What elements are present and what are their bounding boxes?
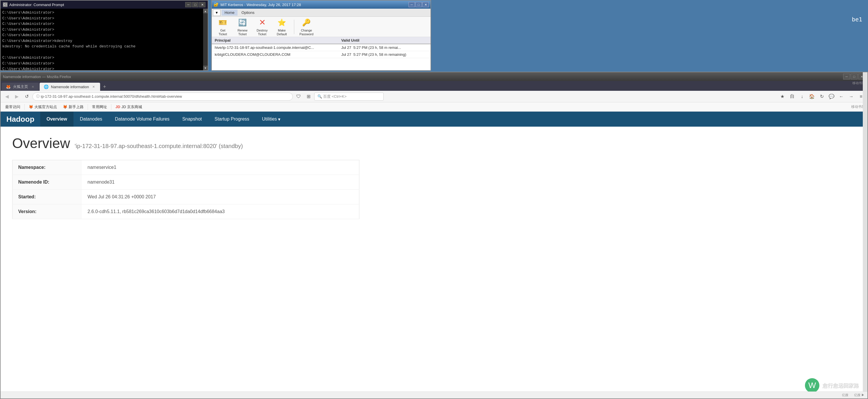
info-row-namenode-id: Namenode ID: namenode31	[12, 175, 359, 190]
kerb-renew-label: RenewTicket	[238, 29, 247, 36]
info-row-started: Started: Wed Jul 26 04:31:26 +0000 2017	[12, 190, 359, 204]
tab-home-label: 火狐主页	[13, 84, 28, 89]
cmd-scroll-up[interactable]: ▲	[203, 9, 208, 13]
hadoop-nav-utilities[interactable]: Utilities ▾	[256, 111, 287, 127]
chat-btn[interactable]: 💬	[828, 93, 836, 101]
kerb-get-ticket-btn[interactable]: 🎫 GetTicket	[214, 16, 231, 37]
kerb-renew-ticket-btn[interactable]: 🔄 RenewTicket	[234, 16, 251, 37]
kerb-table: Principal Valid Until hive/ip-172-31-18-…	[212, 37, 431, 58]
kerb-menu-options[interactable]: Options	[239, 9, 257, 15]
kerb-toolbar-separator	[294, 20, 294, 34]
bookmark-firefox[interactable]: 🦊 火狐官方站点	[26, 103, 59, 110]
bookmark-sep-2	[88, 104, 88, 110]
page-title: Overview	[12, 135, 70, 151]
browser-minimize[interactable]: ─	[843, 74, 850, 79]
kerb-row-2-principal: krbtgt/CLOUDERA.COM@CLOUDERA.COM	[212, 51, 338, 58]
hadoop-nav-datanodes[interactable]: Datanodes	[73, 111, 108, 127]
sync-btn[interactable]: ↻	[818, 93, 826, 101]
tab-home-close[interactable]: ✕	[30, 85, 35, 89]
reader-view-btn[interactable]: 自	[788, 93, 796, 101]
url-bar[interactable]: ⓘ ip-172-31-18-97.ap-southeast-1.compute…	[32, 93, 293, 101]
hadoop-nav-utilities-dropdown: Utilities ▾	[262, 117, 281, 122]
tab-home-icon: 🦊	[6, 85, 11, 89]
kerb-menu-dropdown[interactable]: ▼	[213, 9, 220, 16]
cmd-close[interactable]: ✕	[199, 2, 206, 7]
grid-btn[interactable]: ⊞	[304, 93, 312, 101]
cmd-line-3: C:\Users\Administrator>	[2, 21, 206, 27]
kerb-row-2-extra	[424, 51, 431, 58]
kerb-minimize[interactable]: ─	[408, 2, 415, 7]
cmd-maximize[interactable]: □	[192, 2, 198, 7]
kerb-change-password-btn[interactable]: 🔑 ChangePassword	[298, 16, 315, 37]
hadoop-nav: Hadoop Overview Datanodes Datanode Volum…	[1, 111, 867, 127]
tab-bar: 🦊 火狐主页 ✕ 🌐 Namenode information ✕ +	[1, 81, 867, 91]
tab-namenode-close[interactable]: ✕	[91, 85, 96, 89]
kerb-row-1-principal: hive/ip-172-31-18-97.ap-southeast-1.comp…	[212, 44, 338, 51]
info-key-namespace: Namespace:	[12, 160, 82, 175]
search-bar[interactable]: 🔍 百度 <Ctrl+K>	[314, 93, 384, 101]
fwd-btn[interactable]: →	[847, 93, 855, 101]
hadoop-nav-startup-progress[interactable]: Startup Progress	[208, 111, 255, 127]
bookmark-newuser-label: 新手上路	[69, 104, 84, 109]
home-btn[interactable]: 🏠	[808, 93, 816, 101]
cmd-controls[interactable]: ─ □ ✕	[185, 2, 206, 7]
cmd-line-11: C:\Users\Administrator>	[2, 66, 206, 70]
status-bar: 亿搜 亿搜 ▶	[1, 392, 867, 398]
url-text: ip-172-31-18-97.ap-southeast-1.compute.i…	[41, 94, 182, 99]
cmd-line-2: C:\Users\Administrator>	[2, 15, 206, 22]
shield-btn[interactable]: 🛡	[294, 93, 303, 101]
kerb-make-default-label: MakeDefault	[277, 29, 287, 36]
cmd-scroll-down[interactable]: ▼	[203, 66, 208, 70]
kerb-make-default-btn[interactable]: ⭐ MakeDefault	[273, 16, 290, 37]
browser-title-text: Namenode information — Mozilla Firefox	[3, 75, 71, 79]
watermark: W 愈行愈远回家路	[805, 378, 859, 393]
browser-window: Namenode information — Mozilla Firefox ─…	[0, 72, 868, 399]
bookmark-sep-3	[111, 104, 112, 110]
bookmark-star-btn[interactable]: ★	[778, 93, 786, 101]
kerb-close[interactable]: ✕	[423, 2, 429, 7]
info-key-started: Started:	[12, 190, 82, 204]
nav-refresh-btn[interactable]: ↺	[23, 93, 31, 101]
kerb-menu-home[interactable]: Home	[222, 9, 238, 15]
kerb-col-principal: Principal	[212, 37, 338, 44]
kerb-maximize[interactable]: □	[415, 2, 422, 7]
kerb-table-area: Principal Valid Until hive/ip-172-31-18-…	[212, 37, 431, 70]
nav-back-btn[interactable]: ◀	[3, 93, 11, 101]
bookmark-common-label: 常用网址	[92, 104, 107, 109]
tab-new-btn[interactable]: +	[101, 83, 109, 91]
browser-maximize[interactable]: □	[850, 74, 858, 79]
tab-namenode[interactable]: 🌐 Namenode information ✕	[40, 83, 100, 91]
bookmark-newuser[interactable]: 🦊 新手上路	[60, 103, 86, 110]
cmd-line-8	[2, 49, 206, 55]
tab-home[interactable]: 🦊 火狐主页 ✕	[2, 83, 39, 91]
bookmark-sep-1	[24, 104, 25, 110]
back-btn[interactable]: ←	[837, 93, 845, 101]
kerb-col-valid: Valid Until	[338, 37, 424, 44]
cmd-titlebar-left: C:\ Administrator: Command Prompt	[3, 2, 64, 7]
browser-titlebar: Namenode information — Mozilla Firefox ─…	[1, 72, 867, 81]
hadoop-nav-snapshot[interactable]: Snapshot	[176, 111, 208, 127]
info-key-version: Version:	[12, 204, 82, 219]
hadoop-nav-volume-failures[interactable]: Datanode Volume Failures	[108, 111, 176, 127]
bookmark-jd[interactable]: JD JD 京东商城	[113, 103, 144, 110]
hadoop-nav-overview[interactable]: Overview	[40, 111, 73, 127]
kerb-controls[interactable]: ─ □ ✕	[408, 2, 429, 7]
kerb-change-password-icon: 🔑	[301, 18, 312, 28]
browser-controls[interactable]: ─ □ ✕	[843, 74, 865, 79]
cmd-titlebar: C:\ Administrator: Command Prompt ─ □ ✕	[1, 1, 208, 9]
bookmark-common[interactable]: 常用网址	[90, 103, 110, 110]
kerb-renew-icon: 🔄	[237, 18, 248, 28]
watermark-icon-text: W	[808, 381, 816, 390]
cmd-title: Administrator: Command Prompt	[9, 3, 64, 7]
download-btn[interactable]: ↓	[798, 93, 806, 101]
nav-forward-btn[interactable]: ▶	[13, 93, 21, 101]
bookmark-frequent[interactable]: 最常访问	[3, 103, 23, 110]
kerb-row-2: krbtgt/CLOUDERA.COM@CLOUDERA.COM Jul 27 …	[212, 51, 431, 58]
browser-scrollbar[interactable]	[863, 72, 867, 398]
kerb-get-ticket-label: GetTicket	[219, 29, 227, 36]
cmd-scrollbar[interactable]: ▲ ▼	[203, 9, 208, 70]
cmd-minimize[interactable]: ─	[185, 2, 191, 7]
cmd-body: C:\Users\Administrator> C:\Users\Adminis…	[1, 9, 208, 70]
info-row-version: Version: 2.6.0-cdh5.11.1, rb581c269ca361…	[12, 204, 359, 219]
kerb-destroy-ticket-btn[interactable]: ✕ DestroyTicket	[253, 16, 271, 37]
